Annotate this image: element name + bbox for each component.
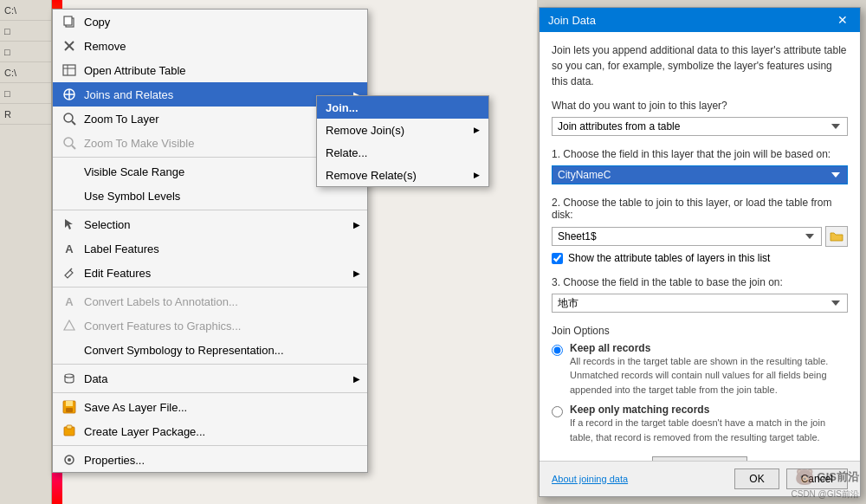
join-label: Join...	[326, 101, 359, 114]
convert-features-label: Convert Features to Graphics...	[84, 320, 360, 333]
svg-rect-4	[63, 65, 75, 75]
keep-all-records-option: Keep all records All records in the targ…	[552, 342, 848, 397]
select-icon	[60, 216, 79, 233]
step1-label: 1. Choose the field in this layer that t…	[552, 148, 848, 160]
submenu-item-remove-relates[interactable]: Remove Relate(s)	[317, 164, 488, 186]
context-menu: Copy Remove Open Attribute Table Joins a…	[52, 9, 368, 473]
convert-features-icon	[60, 317, 79, 334]
remove-relates-label: Remove Relate(s)	[326, 169, 417, 182]
browse-folder-button[interactable]	[825, 226, 848, 247]
relate-label: Relate...	[326, 146, 367, 159]
step2-row: Sheet1$	[552, 226, 848, 247]
menu-item-convert-features: Convert Features to Graphics...	[53, 313, 367, 338]
svg-point-10	[64, 113, 73, 122]
properties-label: Properties...	[84, 454, 360, 467]
convert-labels-label: Convert Labels to Annotation...	[84, 295, 360, 308]
menu-item-open-attribute-table[interactable]: Open Attribute Table	[53, 58, 367, 82]
watermark-top: 🐻 GIS前沿	[795, 468, 859, 487]
keep-matching-title[interactable]: Keep only matching records	[570, 404, 848, 416]
keep-matching-desc: If a record in the target table doesn't …	[570, 417, 825, 442]
convert-symbology-icon	[60, 341, 79, 359]
menu-item-convert-labels: A Convert Labels to Annotation...	[53, 289, 367, 313]
submenu-item-remove-joins[interactable]: Remove Join(s)	[317, 119, 488, 141]
selection-arrow: ▶	[353, 220, 360, 229]
menu-item-label-features[interactable]: A Label Features	[53, 236, 367, 261]
keep-all-title[interactable]: Keep all records	[570, 342, 848, 354]
svg-point-12	[64, 138, 73, 146]
dialog-close-button[interactable]: ✕	[834, 13, 851, 27]
joins-submenu: Join... Remove Join(s) Relate... Remove …	[316, 95, 489, 187]
remove-joins-label: Remove Join(s)	[326, 124, 404, 137]
copy-label: Copy	[84, 16, 360, 29]
save-layer-icon	[60, 398, 79, 416]
svg-point-24	[68, 458, 71, 462]
step3-field-select[interactable]: 地市	[552, 294, 848, 313]
show-attribute-tables-row: Show the attribute tables of layers in t…	[552, 252, 848, 264]
menu-item-convert-symbology[interactable]: Convert Symbology to Representation...	[53, 338, 367, 362]
menu-item-remove[interactable]: Remove	[53, 34, 367, 58]
svg-line-15	[70, 268, 72, 270]
menu-item-save-layer-file[interactable]: Save As Layer File...	[53, 395, 367, 419]
watermark-logo: 🐻 GIS前沿 CSDN @GIS前沿	[792, 468, 860, 501]
keep-all-label-group: Keep all records All records in the targ…	[570, 342, 848, 397]
menu-item-data[interactable]: Data ▶	[53, 366, 367, 391]
menu-item-copy[interactable]: Copy	[53, 10, 367, 34]
label-features-label: Label Features	[84, 242, 360, 255]
properties-icon	[60, 451, 79, 468]
edit-icon	[60, 264, 79, 281]
data-arrow: ▶	[353, 374, 360, 384]
dialog-description: Join lets you append additional data to …	[552, 42, 848, 89]
join-options: Keep all records All records in the targ…	[552, 342, 848, 444]
panel-item: R	[0, 104, 51, 125]
edit-features-label: Edit Features	[84, 267, 353, 280]
save-layer-file-label: Save As Layer File...	[84, 401, 360, 414]
submenu-item-join[interactable]: Join...	[317, 96, 488, 119]
left-panel: C:\ □ □ C:\ □ R	[0, 0, 52, 504]
selection-label: Selection	[84, 218, 353, 231]
join-options-title: Join Options	[552, 325, 848, 337]
svg-point-17	[65, 374, 74, 378]
svg-line-13	[72, 145, 75, 149]
panel-item: C:\	[0, 62, 51, 83]
ok-button[interactable]: OK	[734, 468, 779, 489]
menu-item-properties[interactable]: Properties...	[53, 448, 367, 472]
panel-item: □	[0, 42, 51, 62]
step1-field-select[interactable]: CityNameC	[552, 165, 848, 184]
data-label: Data	[84, 372, 353, 385]
menu-item-selection[interactable]: Selection ▶	[53, 212, 367, 236]
layer-package-icon	[60, 423, 79, 440]
show-attribute-tables-checkbox[interactable]	[552, 253, 563, 264]
separator-4	[53, 364, 367, 365]
separator-3	[53, 287, 367, 288]
zoom-icon	[60, 110, 79, 127]
folder-icon	[830, 230, 843, 242]
remove-label: Remove	[84, 40, 360, 53]
keep-matching-records-option: Keep only matching records If a record i…	[552, 404, 848, 444]
label-icon: A	[60, 240, 79, 257]
svg-marker-14	[65, 219, 73, 229]
symbol-icon	[60, 187, 79, 204]
panel-item: □	[0, 83, 51, 104]
menu-item-edit-features[interactable]: Edit Features ▶	[53, 261, 367, 285]
data-icon	[60, 370, 79, 387]
join-type-select[interactable]: Join attributes from a table	[552, 117, 848, 136]
svg-marker-16	[64, 320, 74, 330]
separator-2	[53, 210, 367, 210]
keep-all-desc: All records in the target table are show…	[570, 356, 828, 395]
menu-item-use-symbol-levels[interactable]: Use Symbol Levels	[53, 184, 367, 208]
svg-rect-20	[66, 408, 73, 412]
step2-label: 2. Choose the table to join to this laye…	[552, 197, 848, 221]
about-joining-data-link[interactable]: About joining data	[552, 474, 628, 484]
step3-label: 3. Choose the field in the table to base…	[552, 276, 848, 288]
join-data-dialog: Join Data ✕ Join lets you append additio…	[539, 7, 861, 497]
svg-rect-1	[64, 16, 72, 25]
menu-item-create-layer-package[interactable]: Create Layer Package...	[53, 419, 367, 443]
joins-icon	[60, 86, 79, 103]
keep-all-radio[interactable]	[552, 345, 563, 356]
keep-matching-radio[interactable]	[552, 406, 563, 417]
step2-table-select[interactable]: Sheet1$	[552, 227, 822, 246]
watermark-line1: GIS前沿	[818, 469, 859, 485]
edit-arrow: ▶	[353, 268, 360, 278]
use-symbol-levels-label: Use Symbol Levels	[84, 190, 360, 203]
submenu-item-relate[interactable]: Relate...	[317, 141, 488, 164]
